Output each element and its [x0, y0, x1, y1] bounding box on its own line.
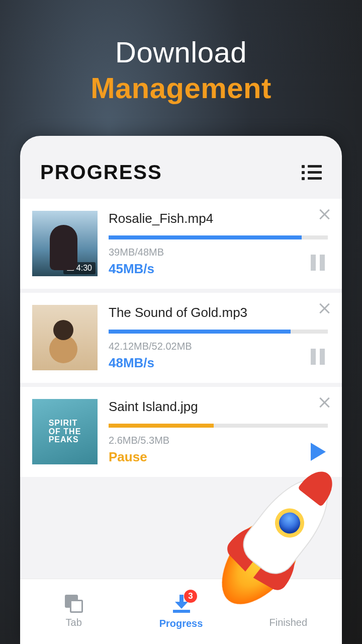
file-name: Saint Island.jpg: [109, 399, 328, 415]
nav-label: Progress: [159, 618, 203, 629]
pause-icon: [311, 349, 328, 365]
speed-text: 48MB/s: [109, 355, 328, 371]
file-name: The Sound of Gold.mp3: [109, 305, 328, 320]
size-text: 2.6MB/5.3MB: [109, 435, 328, 446]
video-camera-icon: [67, 266, 74, 271]
hero-line-1: Download: [0, 35, 362, 69]
file-name: Rosalie_Fish.mp4: [109, 211, 328, 226]
download-icon: 3: [171, 594, 191, 614]
thumbnail: SPIRITOF THEPEAKS: [32, 399, 98, 464]
status-text: Pause: [109, 449, 328, 465]
nav-label: Tab: [66, 617, 82, 628]
progress-bar[interactable]: [109, 235, 328, 239]
thumbnail: [32, 305, 98, 370]
download-item[interactable]: SPIRITOF THEPEAKS Saint Island.jpg 2.6MB…: [20, 387, 342, 477]
app-screen: PROGRESS 4:30 Rosalie_Fish.mp4 39MB/48MB: [20, 136, 342, 644]
pause-button[interactable]: [311, 255, 328, 272]
nav-label: Finished: [269, 617, 308, 628]
close-icon[interactable]: [318, 302, 331, 315]
download-item[interactable]: 4:30 Rosalie_Fish.mp4 39MB/48MB 45MB/s: [20, 199, 342, 289]
duration-text: 4:30: [76, 264, 92, 273]
bottom-nav: Tab 3 Progress Finished: [20, 579, 342, 644]
list-view-toggle-icon[interactable]: [302, 165, 322, 180]
nav-progress[interactable]: 3 Progress: [127, 579, 234, 644]
progress-bar[interactable]: [109, 330, 328, 334]
download-list: 4:30 Rosalie_Fish.mp4 39MB/48MB 45MB/s T…: [20, 199, 342, 481]
finished-icon: [279, 595, 297, 613]
download-item[interactable]: The Sound of Gold.mp3 42.12MB/52.02MB 48…: [20, 293, 342, 383]
progress-bar[interactable]: [109, 424, 328, 428]
nav-tab[interactable]: Tab: [20, 579, 127, 644]
video-duration-badge: 4:30: [63, 262, 96, 274]
nav-finished[interactable]: Finished: [235, 579, 342, 644]
close-icon[interactable]: [318, 396, 331, 409]
tabs-icon: [65, 595, 83, 613]
progress-fill: [109, 235, 302, 239]
resume-button[interactable]: [311, 443, 328, 460]
play-icon: [311, 443, 326, 461]
progress-fill: [109, 330, 291, 334]
progress-fill: [109, 424, 214, 428]
size-text: 42.12MB/52.02MB: [109, 341, 328, 352]
size-text: 39MB/48MB: [109, 247, 328, 258]
thumbnail-caption: SPIRITOF THEPEAKS: [49, 419, 81, 444]
screen-header: PROGRESS: [20, 136, 342, 199]
pause-icon: [311, 255, 328, 271]
close-icon[interactable]: [318, 208, 331, 221]
thumbnail: 4:30: [32, 211, 98, 276]
promo-heading: Download Management: [0, 0, 362, 125]
badge-count: 3: [184, 590, 197, 603]
hero-line-2: Management: [0, 71, 362, 105]
pause-button[interactable]: [311, 349, 328, 366]
page-title: PROGRESS: [40, 161, 162, 184]
speed-text: 45MB/s: [109, 261, 328, 277]
